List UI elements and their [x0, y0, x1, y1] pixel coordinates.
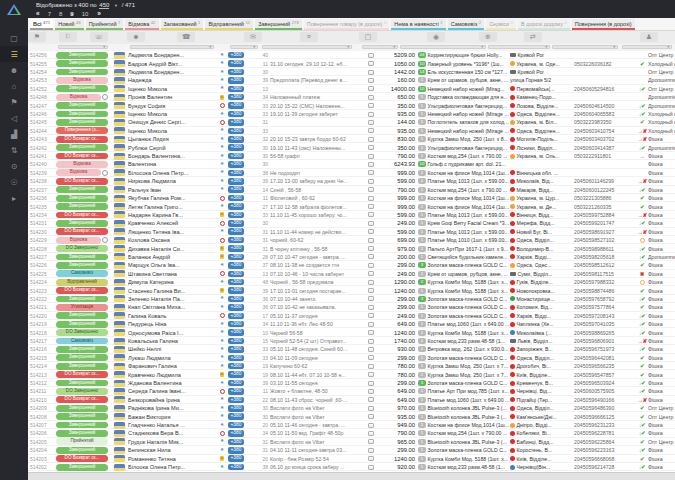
invoice-icon[interactable]: [368, 263, 374, 268]
column-header-substatus-flag2-icon[interactable]: ⚐: [59, 32, 77, 42]
invoice-icon[interactable]: [368, 229, 374, 234]
ttn-number[interactable]: 20450598205618: [574, 254, 636, 260]
table-row[interactable]: 514202ЗавершенийБілоока Олена Петр...*+3…: [28, 463, 675, 471]
ttn-number[interactable]: 20450603414387: [574, 145, 636, 151]
ttn-number[interactable]: 20450597658792: [574, 296, 636, 302]
invoice-icon[interactable]: [368, 120, 374, 125]
page-button-9[interactable]: 9: [70, 11, 73, 17]
table-row[interactable]: 514252ЗавершенийІщенко Микола*+380131400…: [28, 85, 675, 93]
table-row[interactable]: 514226ЗавершенийМарщук Ольга Іва...*+380…: [28, 261, 675, 269]
sidebar-item-price-tag[interactable]: ⚑: [0, 94, 28, 110]
tab-2[interactable]: Прийнятий7: [86, 19, 124, 30]
ttn-number[interactable]: 20450596442081: [574, 355, 636, 361]
table-row[interactable]: 514241DO Возврат ск...Бондарь Валентина.…: [28, 152, 675, 160]
phone-prefix-badge[interactable]: +380: [228, 153, 244, 160]
status-badge[interactable]: Завершений: [56, 430, 108, 437]
invoice-icon[interactable]: [368, 86, 374, 91]
table-row[interactable]: 514224ВідправленийДимула Катерина*+38048…: [28, 278, 675, 286]
invoice-icon[interactable]: [368, 448, 374, 453]
table-row[interactable]: 514255ЗавершенийБадров Андрій Вікт...*+3…: [28, 59, 675, 67]
table-row[interactable]: 514254ЗавершенийЛюдмила Бондарен...*+380…: [28, 68, 675, 76]
tab-6[interactable]: Завершений278: [255, 19, 302, 30]
table-row[interactable]: 514206ЗавершенийСтадникова Вера В...+380…: [28, 429, 675, 437]
phone-prefix-badge[interactable]: +380: [228, 355, 244, 362]
phone-prefix-badge[interactable]: +380: [228, 271, 244, 278]
ttn-number[interactable]: 0503221260335: [574, 204, 636, 210]
status-badge[interactable]: DO Возврат ск...: [56, 371, 108, 378]
invoice-icon[interactable]: [368, 246, 374, 251]
table-row[interactable]: 514208ЗавершенийБажан Виктория*+38030Вис…: [28, 412, 675, 420]
phone-prefix-badge[interactable]: +380: [228, 161, 244, 168]
table-row[interactable]: 514207ЗавершенийГладченко Наталья ...*+3…: [28, 421, 675, 429]
invoice-icon[interactable]: [368, 305, 374, 310]
phone-prefix-badge[interactable]: +380: [228, 338, 244, 345]
phone-prefix-badge[interactable]: +380: [228, 195, 244, 202]
sidebar-item-info[interactable]: ⊙: [0, 158, 28, 174]
ttn-number[interactable]: 0503221305886: [574, 195, 636, 201]
phone-prefix-badge[interactable]: +380: [228, 220, 244, 227]
invoice-icon[interactable]: [368, 456, 374, 461]
status-badge[interactable]: Завершений: [56, 119, 108, 126]
phone-prefix-badge[interactable]: +380: [228, 186, 244, 193]
ttn-number[interactable]: 20450596223163: [574, 447, 636, 453]
column-filter-3[interactable]: ▼: [262, 45, 352, 49]
status-badge[interactable]: Завершений: [56, 102, 108, 109]
status-badge[interactable]: Завершений: [56, 312, 108, 319]
invoice-icon[interactable]: [368, 330, 374, 335]
invoice-icon[interactable]: [368, 196, 374, 201]
phone-prefix-badge[interactable]: +380: [228, 413, 244, 420]
phone-prefix-badge[interactable]: +380: [228, 178, 244, 185]
table-row[interactable]: 514221УтилізаціяКнап Світлана Миха...*+3…: [28, 303, 675, 311]
column-header-route-route-icon[interactable]: ⇄: [524, 32, 542, 42]
phone-prefix-badge[interactable]: +380: [228, 60, 244, 67]
phone-prefix-badge[interactable]: +380: [228, 397, 244, 404]
ttn-number[interactable]: 20450601146299: [574, 178, 636, 184]
column-header-source-call-icon[interactable]: ☏: [90, 32, 108, 42]
status-badge[interactable]: Завершений: [56, 405, 108, 412]
column-header-payment-cash-icon[interactable]: ¤: [300, 32, 318, 42]
page-button-10[interactable]: 10: [82, 11, 89, 17]
invoice-icon[interactable]: [368, 187, 374, 192]
invoice-icon[interactable]: [368, 145, 374, 150]
ttn-number[interactable]: 20450597041035: [574, 321, 636, 327]
phone-prefix-badge[interactable]: +380: [228, 212, 244, 219]
table-row[interactable]: 514218DO ЗавершеноОдносумова Раіса І...*…: [28, 328, 675, 336]
sidebar-item-video-tutorials[interactable]: ▸: [0, 190, 28, 206]
ttn-number[interactable]: 20450597577864: [574, 304, 636, 310]
table-row[interactable]: 514210DO Возврат ск...Безкоровайна Ірина…: [28, 396, 675, 404]
ttn-number[interactable]: 20450603410754: [574, 128, 636, 134]
table-row[interactable]: 514242ЗавершенийРублюк Сергій*+3803019.1…: [28, 143, 675, 151]
phone-prefix-badge[interactable]: +380: [228, 102, 244, 109]
status-badge[interactable]: Завершений: [56, 363, 108, 370]
status-badge[interactable]: Відмова: [56, 77, 108, 84]
ttn-number[interactable]: 20450596214728: [574, 464, 636, 470]
status-badge[interactable]: Завершений: [56, 220, 108, 227]
status-badge[interactable]: DO Завершено: [56, 329, 108, 336]
table-row[interactable]: 514225СамовивізШтакина Светлана+3801307.…: [28, 270, 675, 278]
ttn-number[interactable]: 20450600122245: [574, 187, 636, 193]
column-filter-8[interactable]: ▼: [622, 45, 672, 49]
ttn-number[interactable]: 20450596668068: [574, 456, 636, 462]
status-badge[interactable]: Завершений: [56, 354, 108, 361]
phone-prefix-badge[interactable]: +380: [228, 69, 244, 76]
status-badge[interactable]: Завершений: [56, 380, 108, 387]
ttn-number[interactable]: 20450604065583: [574, 111, 636, 117]
table-row[interactable]: 514219ЗавершенийПедурець Ніна*+3803411.1…: [28, 320, 675, 328]
status-badge[interactable]: DO Возврат ск...: [56, 455, 108, 462]
table-row[interactable]: 514217СамовивізКовальська Галина*+38015Ч…: [28, 337, 675, 345]
column-header-status-flag-icon[interactable]: ⚑: [28, 32, 46, 42]
table-row[interactable]: 514234DO Возврат ск...Надарян Карина Гв.…: [28, 211, 675, 219]
phone-prefix-badge[interactable]: +380: [228, 279, 244, 286]
sidebar-item-dashboard[interactable]: ▢: [0, 30, 28, 46]
column-filter-7[interactable]: ▼: [552, 45, 618, 49]
ttn-number[interactable]: 20450598874486: [574, 288, 636, 294]
table-row[interactable]: 514212ЗавершенийЖданова Валентина*+38039…: [28, 379, 675, 387]
ttn-number[interactable]: 20450596503924: [574, 380, 636, 386]
table-row[interactable]: 514245ЗавершенийОнищук Денис Сергі...+38…: [28, 118, 675, 126]
invoice-icon[interactable]: [368, 271, 374, 276]
status-badge[interactable]: Відмова: [56, 169, 101, 176]
phone-prefix-badge[interactable]: +380: [228, 439, 244, 446]
status-badge[interactable]: Завершений: [56, 203, 108, 210]
status-badge[interactable]: Завершений: [56, 111, 108, 118]
invoice-icon[interactable]: [368, 439, 374, 444]
